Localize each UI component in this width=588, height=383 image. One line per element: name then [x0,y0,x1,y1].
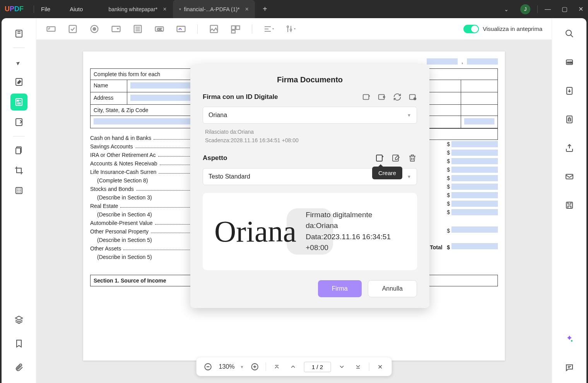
protect-icon[interactable] [561,111,578,128]
chevron-down-icon: ▼ [407,174,411,179]
text-field-icon[interactable] [46,24,56,34]
main-area: OK ▾ ▾ Visualizza in anteprima , Complet… [36,18,552,383]
expiry-text: Scadenza:2028.11.16 16:34:51 +08:00 [205,136,417,145]
svg-point-22 [290,29,292,31]
svg-rect-38 [566,174,573,179]
last-page-button[interactable] [352,361,363,372]
bottom-navigation-bar: 130% ▼ ✕ [197,357,392,376]
right-sidebar: OCR [552,18,586,383]
tools-icon[interactable]: ▾ [285,24,296,34]
radio-icon[interactable] [89,24,100,34]
ocr-icon[interactable]: OCR [561,54,578,71]
pages-icon[interactable] [10,142,27,159]
refresh-icon[interactable] [393,93,402,101]
zoom-out-button[interactable] [203,361,214,372]
close-button[interactable]: ✕ [578,5,583,13]
form-toolbar: OK ▾ ▾ Visualizza in anteprima [36,18,552,40]
cancel-button[interactable]: Annulla [368,280,417,297]
add-id-icon[interactable] [362,93,371,101]
app-logo: UPDF [5,5,24,13]
menu-file[interactable]: File [41,6,50,12]
page-input[interactable] [304,362,331,372]
date-field-icon[interactable] [230,24,241,34]
svg-rect-3 [17,100,19,101]
checkbox-icon[interactable] [67,24,78,34]
search-icon[interactable] [561,25,578,42]
tab-banking[interactable]: banking whitepapar* × [102,0,173,18]
appearance-label: Aspetto [203,154,227,162]
maximize-button[interactable]: ▢ [562,5,567,13]
user-avatar[interactable]: J [520,4,530,14]
delete-appearance-icon[interactable] [408,153,417,163]
save-icon[interactable] [561,197,578,214]
chevron-down-icon[interactable]: ⌄ [504,6,509,12]
convert-icon[interactable] [561,82,578,99]
window-controls: — ▢ ✕ [545,5,583,13]
svg-rect-37 [568,119,571,121]
close-icon[interactable]: × [163,6,166,13]
crop-icon[interactable] [10,162,27,179]
redact-icon[interactable] [10,182,27,199]
first-page-button[interactable] [271,361,282,372]
email-icon[interactable] [561,168,578,185]
signature-field-icon[interactable] [176,24,186,34]
bookmark-icon[interactable] [10,335,27,352]
svg-text:OK: OK [157,27,162,31]
new-tab-button[interactable]: + [263,5,267,14]
signature-preview: Oriana Firmato digitalmente da:Oriana Da… [203,193,417,270]
zoom-in-button[interactable] [249,361,260,372]
svg-rect-8 [47,27,55,31]
ai-icon[interactable] [561,330,578,347]
close-bar-button[interactable]: ✕ [374,361,385,372]
organize-icon[interactable] [10,114,27,131]
image-field-icon[interactable] [209,24,219,34]
titlebar: UPDF File Aiuto banking whitepapar* × fi… [0,0,588,18]
preview-toggle[interactable] [463,25,479,33]
reader-icon[interactable] [10,25,27,42]
zoom-level: 130% [219,363,235,370]
svg-text:OCR: OCR [567,61,573,64]
preview-label: Visualizza in anteprima [483,26,542,32]
sign-button[interactable]: Firma [318,280,362,297]
svg-point-11 [93,27,96,30]
chevron-down-icon: ▼ [407,113,411,117]
edit-appearance-icon[interactable] [391,153,401,163]
attachment-icon[interactable] [10,359,27,376]
zoom-dropdown-icon[interactable]: ▼ [240,365,244,369]
comment-icon[interactable] [10,53,27,70]
svg-rect-23 [363,95,369,100]
svg-rect-9 [69,25,77,32]
next-page-button[interactable] [336,361,347,372]
left-sidebar [2,18,36,383]
prev-page-button[interactable] [287,361,298,372]
minimize-button[interactable]: — [545,6,551,13]
signed-date-text: Data:2023.11.16 16:34:51 +08:00 [306,232,405,254]
view-id-icon[interactable] [409,93,417,101]
sign-with-label: Firma con un ID Digitale [203,93,278,101]
tab-label: banking whitepapar* [108,6,157,12]
svg-rect-2 [16,99,22,106]
dropdown-icon[interactable] [111,24,121,34]
digital-id-select[interactable]: Oriana ▼ [203,107,417,124]
form-icon[interactable] [10,94,27,111]
tab-financial[interactable]: financial-...A-PDFA (1)* × [173,0,255,18]
button-field-icon[interactable]: OK [154,24,165,34]
svg-point-21 [287,26,289,27]
create-appearance-icon[interactable] [375,153,385,163]
menu-help[interactable]: Aiuto [70,6,83,12]
signed-by-text: Firmato digitalmente da:Oriana [306,209,405,232]
layers-icon[interactable] [10,311,27,328]
issued-by-text: Rilasciato da:Oriana [205,128,417,136]
share-icon[interactable] [561,140,578,157]
svg-point-27 [415,99,415,99]
close-icon[interactable]: × [245,6,249,13]
listbox-icon[interactable] [132,24,143,34]
svg-rect-12 [112,26,120,32]
svg-point-32 [566,30,571,36]
svg-rect-19 [236,26,239,29]
svg-rect-18 [232,26,235,29]
align-icon[interactable]: ▾ [263,24,274,34]
edit-icon[interactable] [10,73,27,90]
chat-icon[interactable] [561,359,578,376]
import-id-icon[interactable] [378,93,386,101]
